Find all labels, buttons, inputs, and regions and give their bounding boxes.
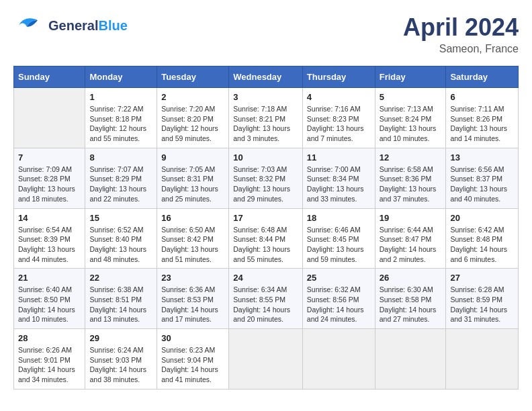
calendar-cell: 17Sunrise: 6:48 AMSunset: 8:44 PMDayligh… bbox=[229, 208, 303, 269]
calendar-cell: 10Sunrise: 7:03 AMSunset: 8:32 PMDayligh… bbox=[229, 148, 303, 208]
calendar-cell: 24Sunrise: 6:34 AMSunset: 8:55 PMDayligh… bbox=[229, 269, 303, 329]
calendar-cell bbox=[446, 329, 519, 390]
logo-text: GeneralBlue bbox=[48, 18, 128, 33]
day-number: 26 bbox=[380, 273, 442, 283]
week-row-2: 14Sunrise: 6:54 AMSunset: 8:39 PMDayligh… bbox=[14, 208, 519, 269]
day-info: Sunrise: 6:52 AMSunset: 8:40 PMDaylight:… bbox=[89, 225, 152, 265]
day-info: Sunrise: 6:50 AMSunset: 8:42 PMDaylight:… bbox=[161, 225, 224, 265]
day-info: Sunrise: 6:34 AMSunset: 8:55 PMDaylight:… bbox=[233, 285, 298, 324]
calendar-cell bbox=[302, 329, 375, 390]
calendar-cell: 28Sunrise: 6:26 AMSunset: 9:01 PMDayligh… bbox=[14, 329, 85, 390]
calendar-cell: 29Sunrise: 6:24 AMSunset: 9:03 PMDayligh… bbox=[85, 329, 157, 390]
day-number: 22 bbox=[89, 273, 152, 283]
day-number: 4 bbox=[307, 92, 371, 102]
weekday-header-friday: Friday bbox=[375, 66, 446, 88]
day-number: 29 bbox=[89, 333, 152, 343]
calendar-cell: 15Sunrise: 6:52 AMSunset: 8:40 PMDayligh… bbox=[85, 208, 157, 269]
day-info: Sunrise: 7:09 AMSunset: 8:28 PMDaylight:… bbox=[18, 165, 81, 204]
day-info: Sunrise: 6:44 AMSunset: 8:47 PMDaylight:… bbox=[380, 225, 442, 265]
day-info: Sunrise: 6:46 AMSunset: 8:45 PMDaylight:… bbox=[307, 225, 371, 265]
day-number: 25 bbox=[307, 273, 371, 283]
weekday-header-tuesday: Tuesday bbox=[157, 66, 229, 88]
day-info: Sunrise: 7:11 AMSunset: 8:26 PMDaylight:… bbox=[450, 104, 514, 144]
calendar-cell: 22Sunrise: 6:38 AMSunset: 8:51 PMDayligh… bbox=[85, 269, 157, 329]
day-number: 30 bbox=[161, 333, 224, 343]
day-number: 28 bbox=[18, 333, 81, 343]
weekday-header-sunday: Sunday bbox=[14, 66, 85, 88]
calendar-cell: 26Sunrise: 6:30 AMSunset: 8:58 PMDayligh… bbox=[375, 269, 446, 329]
day-info: Sunrise: 6:32 AMSunset: 8:56 PMDaylight:… bbox=[307, 285, 371, 324]
day-info: Sunrise: 6:40 AMSunset: 8:50 PMDaylight:… bbox=[18, 285, 81, 324]
calendar-cell: 27Sunrise: 6:28 AMSunset: 8:59 PMDayligh… bbox=[446, 269, 519, 329]
day-info: Sunrise: 7:22 AMSunset: 8:18 PMDaylight:… bbox=[89, 104, 152, 144]
calendar-cell: 30Sunrise: 6:23 AMSunset: 9:04 PMDayligh… bbox=[157, 329, 229, 390]
day-info: Sunrise: 6:54 AMSunset: 8:39 PMDaylight:… bbox=[18, 225, 81, 265]
month-title: April 2024 bbox=[403, 13, 519, 42]
calendar-cell: 20Sunrise: 6:42 AMSunset: 8:48 PMDayligh… bbox=[446, 208, 519, 269]
day-info: Sunrise: 6:36 AMSunset: 8:53 PMDaylight:… bbox=[161, 285, 224, 324]
calendar-cell: 18Sunrise: 6:46 AMSunset: 8:45 PMDayligh… bbox=[302, 208, 375, 269]
day-info: Sunrise: 7:18 AMSunset: 8:21 PMDaylight:… bbox=[233, 104, 298, 144]
logo-blue: Blue bbox=[98, 18, 127, 33]
week-row-1: 7Sunrise: 7:09 AMSunset: 8:28 PMDaylight… bbox=[14, 148, 519, 208]
week-row-4: 28Sunrise: 6:26 AMSunset: 9:01 PMDayligh… bbox=[14, 329, 519, 390]
day-number: 16 bbox=[161, 213, 224, 223]
weekday-header-monday: Monday bbox=[85, 66, 157, 88]
calendar-cell: 14Sunrise: 6:54 AMSunset: 8:39 PMDayligh… bbox=[14, 208, 85, 269]
calendar-cell: 25Sunrise: 6:32 AMSunset: 8:56 PMDayligh… bbox=[302, 269, 375, 329]
location: Sameon, France bbox=[403, 43, 519, 55]
weekday-header-wednesday: Wednesday bbox=[229, 66, 303, 88]
calendar-table: SundayMondayTuesdayWednesdayThursdayFrid… bbox=[13, 66, 519, 390]
logo: GeneralBlue bbox=[13, 13, 128, 38]
calendar-cell: 21Sunrise: 6:40 AMSunset: 8:50 PMDayligh… bbox=[14, 269, 85, 329]
day-info: Sunrise: 7:00 AMSunset: 8:34 PMDaylight:… bbox=[307, 165, 371, 204]
day-info: Sunrise: 6:38 AMSunset: 8:51 PMDaylight:… bbox=[89, 285, 152, 324]
calendar-cell: 6Sunrise: 7:11 AMSunset: 8:26 PMDaylight… bbox=[446, 88, 519, 148]
calendar-cell: 8Sunrise: 7:07 AMSunset: 8:29 PMDaylight… bbox=[85, 148, 157, 208]
day-info: Sunrise: 6:23 AMSunset: 9:04 PMDaylight:… bbox=[161, 345, 224, 385]
calendar-cell: 11Sunrise: 7:00 AMSunset: 8:34 PMDayligh… bbox=[302, 148, 375, 208]
day-number: 3 bbox=[233, 92, 298, 102]
day-number: 7 bbox=[18, 152, 81, 163]
calendar-cell: 7Sunrise: 7:09 AMSunset: 8:28 PMDaylight… bbox=[14, 148, 85, 208]
day-number: 19 bbox=[380, 213, 442, 223]
day-number: 13 bbox=[450, 152, 514, 163]
day-info: Sunrise: 6:24 AMSunset: 9:03 PMDaylight:… bbox=[89, 345, 152, 385]
day-number: 5 bbox=[380, 92, 442, 102]
weekday-header-saturday: Saturday bbox=[446, 66, 519, 88]
calendar-cell: 5Sunrise: 7:13 AMSunset: 8:24 PMDaylight… bbox=[375, 88, 446, 148]
day-info: Sunrise: 7:16 AMSunset: 8:23 PMDaylight:… bbox=[307, 104, 371, 144]
logo-general: General bbox=[48, 18, 98, 33]
calendar-cell: 23Sunrise: 6:36 AMSunset: 8:53 PMDayligh… bbox=[157, 269, 229, 329]
calendar-cell bbox=[14, 88, 85, 148]
day-info: Sunrise: 6:30 AMSunset: 8:58 PMDaylight:… bbox=[380, 285, 442, 324]
calendar-cell bbox=[229, 329, 303, 390]
day-number: 17 bbox=[233, 213, 298, 223]
day-number: 10 bbox=[233, 152, 298, 163]
day-info: Sunrise: 7:07 AMSunset: 8:29 PMDaylight:… bbox=[89, 165, 152, 204]
logo-bird-icon bbox=[13, 13, 46, 38]
weekday-header-thursday: Thursday bbox=[302, 66, 375, 88]
day-number: 27 bbox=[450, 273, 514, 283]
day-info: Sunrise: 6:56 AMSunset: 8:37 PMDaylight:… bbox=[450, 165, 514, 204]
day-info: Sunrise: 7:20 AMSunset: 8:20 PMDaylight:… bbox=[161, 104, 224, 144]
calendar-cell: 16Sunrise: 6:50 AMSunset: 8:42 PMDayligh… bbox=[157, 208, 229, 269]
day-number: 2 bbox=[161, 92, 224, 102]
day-info: Sunrise: 6:26 AMSunset: 9:01 PMDaylight:… bbox=[18, 345, 81, 385]
calendar-cell: 12Sunrise: 6:58 AMSunset: 8:36 PMDayligh… bbox=[375, 148, 446, 208]
day-number: 21 bbox=[18, 273, 81, 283]
calendar-cell: 9Sunrise: 7:05 AMSunset: 8:31 PMDaylight… bbox=[157, 148, 229, 208]
day-info: Sunrise: 6:28 AMSunset: 8:59 PMDaylight:… bbox=[450, 285, 514, 324]
calendar-cell: 2Sunrise: 7:20 AMSunset: 8:20 PMDaylight… bbox=[157, 88, 229, 148]
calendar-cell bbox=[375, 329, 446, 390]
week-row-3: 21Sunrise: 6:40 AMSunset: 8:50 PMDayligh… bbox=[14, 269, 519, 329]
day-number: 24 bbox=[233, 273, 298, 283]
day-info: Sunrise: 7:13 AMSunset: 8:24 PMDaylight:… bbox=[380, 104, 442, 144]
day-number: 18 bbox=[307, 213, 371, 223]
calendar-cell: 4Sunrise: 7:16 AMSunset: 8:23 PMDaylight… bbox=[302, 88, 375, 148]
week-row-0: 1Sunrise: 7:22 AMSunset: 8:18 PMDaylight… bbox=[14, 88, 519, 148]
calendar-cell: 1Sunrise: 7:22 AMSunset: 8:18 PMDaylight… bbox=[85, 88, 157, 148]
day-number: 23 bbox=[161, 273, 224, 283]
day-number: 20 bbox=[450, 213, 514, 223]
calendar-cell: 3Sunrise: 7:18 AMSunset: 8:21 PMDaylight… bbox=[229, 88, 303, 148]
